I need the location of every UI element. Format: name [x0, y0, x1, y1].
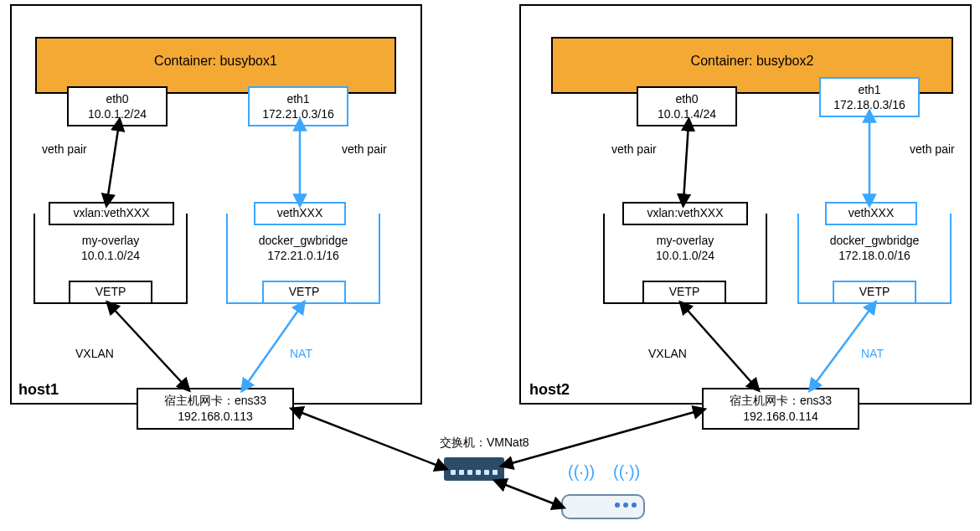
host1-gwbridge-name: docker_gwbridge — [228, 233, 379, 248]
host1-overlay-net: my-overlay 10.0.1.0/24 — [35, 233, 186, 263]
host1-nic-label: 宿主机网卡：ens33 — [147, 393, 284, 409]
host2-label: host2 — [529, 381, 570, 399]
host2-eth0-name: eth0 — [643, 91, 730, 106]
switch-label: 交换机：VMNat8 — [440, 436, 529, 451]
host2-eth1-name: eth1 — [826, 82, 913, 97]
host1-nic: 宿主机网卡：ens33 192.168.0.113 — [137, 388, 294, 430]
host1-overlay-cidr: 10.0.1.0/24 — [35, 248, 186, 263]
host2-eth1-ip: 172.18.0.3/16 — [826, 97, 913, 112]
host2-nic-label: 宿主机网卡：ens33 — [712, 393, 849, 409]
host2-overlay-cidr: 10.0.1.0/24 — [610, 248, 761, 263]
host2-overlay-name: my-overlay — [610, 233, 761, 248]
antenna-right-icon: ((·)) — [613, 462, 640, 482]
host2-vetp-left: VETP — [642, 281, 726, 304]
router-icon — [561, 494, 645, 519]
svg-line-9 — [506, 410, 700, 465]
host2-gwbridge-name: docker_gwbridge — [799, 233, 950, 248]
host1-eth1-ip: 172.21.0.3/16 — [255, 106, 342, 121]
host1-container-title: Container: busybox1 — [37, 39, 395, 69]
host2-eth1: eth1 172.18.0.3/16 — [819, 77, 920, 117]
host2-vethpair-right: veth pair — [910, 142, 955, 156]
host1-vethpair-right: veth pair — [342, 142, 387, 156]
host1-eth0: eth0 10.0.1.2/24 — [67, 86, 168, 126]
antenna-left-icon: ((·)) — [568, 462, 595, 482]
host2-eth0-ip: 10.0.1.4/24 — [643, 106, 730, 121]
host2-container-title: Container: busybox2 — [553, 39, 952, 69]
host1-container: Container: busybox1 — [35, 37, 396, 94]
host1-eth0-ip: 10.0.1.2/24 — [74, 106, 161, 121]
host2-vxlan-label: VXLAN — [648, 347, 687, 360]
switch-icon — [444, 457, 504, 481]
host2-nat-label: NAT — [861, 347, 884, 360]
host2-vetp-right: VETP — [833, 281, 916, 304]
host2-nic: 宿主机网卡：ens33 192.168.0.114 — [702, 388, 859, 430]
host1-vetp-left: VETP — [69, 281, 152, 304]
host2-vethpair-left: veth pair — [611, 142, 657, 156]
svg-line-10 — [499, 482, 560, 506]
host1-eth0-name: eth0 — [74, 91, 161, 106]
svg-line-8 — [296, 410, 442, 467]
host2-overlay-net: my-overlay 10.0.1.0/24 — [610, 233, 761, 263]
host1-gwbridge-net: docker_gwbridge 172.21.0.1/16 — [228, 233, 379, 263]
host1-vxlan-label: VXLAN — [75, 347, 114, 360]
host1-eth1: eth1 172.21.0.3/16 — [248, 86, 348, 126]
host1-nat-label: NAT — [290, 347, 312, 360]
host2-eth0: eth0 10.0.1.4/24 — [637, 86, 737, 126]
host1-eth1-name: eth1 — [255, 91, 342, 106]
host1-label: host1 — [18, 381, 59, 399]
host1-vetp-right: VETP — [262, 281, 346, 304]
host1-gwbridge-cidr: 172.21.0.1/16 — [228, 248, 379, 263]
host2-gwbridge-cidr: 172.18.0.0/16 — [799, 248, 950, 263]
host1-overlay-name: my-overlay — [35, 233, 186, 248]
host2-nic-ip: 192.168.0.114 — [712, 409, 849, 425]
host1-nic-ip: 192.168.0.113 — [147, 409, 284, 425]
host1-vethpair-left: veth pair — [42, 142, 87, 156]
host2-gwbridge-net: docker_gwbridge 172.18.0.0/16 — [799, 233, 950, 263]
